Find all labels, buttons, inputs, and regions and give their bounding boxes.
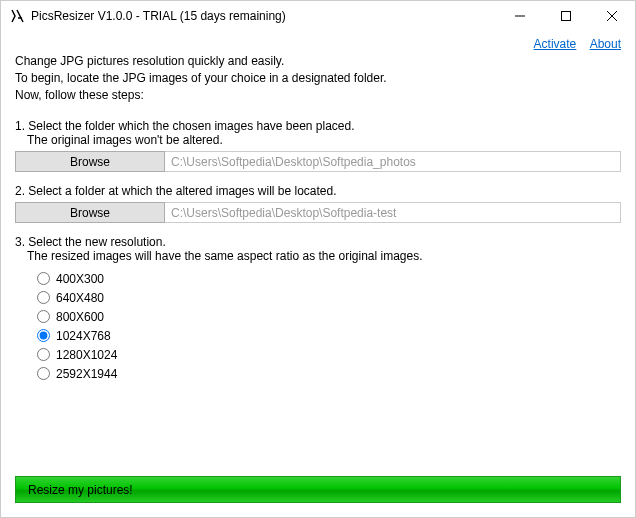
resolution-label: 1280X1024 bbox=[56, 348, 117, 362]
source-path-input[interactable] bbox=[165, 151, 621, 172]
intro-line: Change JPG pictures resolution quickly a… bbox=[15, 53, 621, 70]
resolution-option[interactable]: 640X480 bbox=[37, 288, 621, 307]
activate-link[interactable]: Activate bbox=[534, 37, 577, 51]
step1-heading: 1. Select the folder which the chosen im… bbox=[15, 119, 621, 133]
resolution-option[interactable]: 1280X1024 bbox=[37, 345, 621, 364]
minimize-button[interactable] bbox=[497, 1, 543, 31]
resolution-label: 1024X768 bbox=[56, 329, 111, 343]
intro-line: Now, follow these steps: bbox=[15, 87, 621, 104]
resolution-option[interactable]: 1024X768 bbox=[37, 326, 621, 345]
resolution-label: 400X300 bbox=[56, 272, 104, 286]
resolution-option[interactable]: 800X600 bbox=[37, 307, 621, 326]
step3-sub: The resized images will have the same as… bbox=[27, 249, 621, 263]
browse-dest-button[interactable]: Browse bbox=[15, 202, 165, 223]
browse-source-button[interactable]: Browse bbox=[15, 151, 165, 172]
close-button[interactable] bbox=[589, 1, 635, 31]
resolution-radio[interactable] bbox=[37, 367, 50, 380]
app-icon bbox=[9, 8, 25, 24]
dest-path-input[interactable] bbox=[165, 202, 621, 223]
resolution-radio[interactable] bbox=[37, 329, 50, 342]
step2-heading: 2. Select a folder at which the altered … bbox=[15, 184, 621, 198]
resolution-label: 2592X1944 bbox=[56, 367, 117, 381]
window-title: PicsResizer V1.0.0 - TRIAL (15 days rema… bbox=[31, 9, 286, 23]
resolution-radio[interactable] bbox=[37, 348, 50, 361]
resolution-radio[interactable] bbox=[37, 310, 50, 323]
about-link[interactable]: About bbox=[590, 37, 621, 51]
app-window: PicsResizer V1.0.0 - TRIAL (15 days rema… bbox=[0, 0, 636, 518]
resolution-radio[interactable] bbox=[37, 272, 50, 285]
step1-sub: The original images won't be altered. bbox=[27, 133, 621, 147]
resolution-options: 400X300 640X480 800X600 1024X768 1280X10… bbox=[37, 269, 621, 383]
resolution-radio[interactable] bbox=[37, 291, 50, 304]
resize-button[interactable]: Resize my pictures! bbox=[15, 476, 621, 503]
resolution-label: 800X600 bbox=[56, 310, 104, 324]
intro-text: Change JPG pictures resolution quickly a… bbox=[15, 53, 621, 103]
resolution-option[interactable]: 400X300 bbox=[37, 269, 621, 288]
resolution-option[interactable]: 2592X1944 bbox=[37, 364, 621, 383]
resolution-label: 640X480 bbox=[56, 291, 104, 305]
intro-line: To begin, locate the JPG images of your … bbox=[15, 70, 621, 87]
step3-heading: 3. Select the new resolution. bbox=[15, 235, 621, 249]
maximize-button[interactable] bbox=[543, 1, 589, 31]
svg-rect-1 bbox=[562, 12, 571, 21]
titlebar: PicsResizer V1.0.0 - TRIAL (15 days rema… bbox=[1, 1, 635, 31]
